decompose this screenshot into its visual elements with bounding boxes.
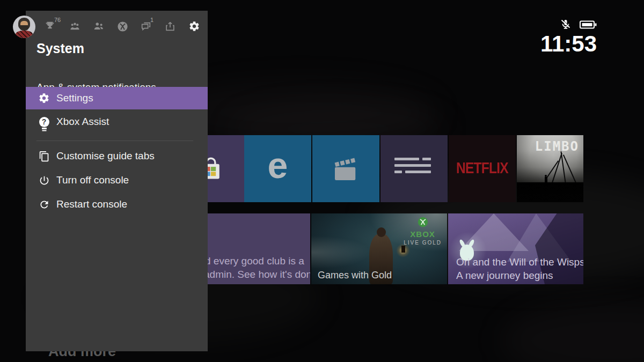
stacked-tabs-icon xyxy=(38,150,50,162)
ori-title: Ori and the Will of the Wisps xyxy=(456,256,583,268)
live-gold-text: LIVE GOLD xyxy=(404,239,442,246)
profile-avatar[interactable] xyxy=(13,16,35,38)
tab-home[interactable] xyxy=(116,20,130,34)
xbox-live-gold-logo: XBOX LIVE GOLD xyxy=(404,216,442,246)
club-promo-line2: admin. See how it's done xyxy=(204,269,310,280)
status-area: 11:53 xyxy=(540,18,597,56)
games-with-gold-figure-head xyxy=(377,227,386,237)
restart-icon xyxy=(38,198,50,211)
menu-item-label: Settings xyxy=(56,92,93,104)
share-upload-icon xyxy=(164,20,176,32)
ori-subtitle: A new journey begins xyxy=(456,270,553,282)
limbo-logo: LIMBO xyxy=(535,139,579,154)
guide-tab-bar: 76 xyxy=(26,18,208,42)
achievements-badge: 76 xyxy=(54,17,61,23)
tab-people[interactable] xyxy=(93,20,107,34)
tile-movies-and-tv[interactable] xyxy=(312,135,379,202)
clapperboard-icon xyxy=(331,155,361,183)
tab-clubs[interactable] xyxy=(69,20,83,34)
menu-item-label: Customise guide tabs xyxy=(56,150,155,162)
menu-item-label: Turn off console xyxy=(56,174,129,186)
menu-item-turn-off-console[interactable]: Turn off console xyxy=(26,169,208,191)
tile-oneguide[interactable] xyxy=(380,135,448,202)
menu-item-restart-console[interactable]: Restart console xyxy=(26,193,208,216)
mic-muted-icon xyxy=(559,18,572,31)
messages-badge: 1 xyxy=(150,17,153,23)
limbo-ground xyxy=(517,182,583,202)
tab-messages[interactable]: 1 xyxy=(140,20,154,34)
cloud-decoration xyxy=(499,300,644,362)
gear-icon xyxy=(38,92,50,105)
avatar-beard xyxy=(20,25,28,31)
tile-limbo[interactable]: LIMBO xyxy=(517,135,583,202)
lantern xyxy=(401,246,405,253)
xbox-sphere-icon xyxy=(417,216,429,228)
tile-games-with-gold[interactable]: XBOX LIVE GOLD Games with Gold xyxy=(311,213,447,284)
guide-section-title: System xyxy=(36,41,84,56)
menu-item-customise-guide-tabs[interactable]: Customise guide tabs xyxy=(26,145,208,167)
club-promo-line1: d every good club is a xyxy=(205,255,304,267)
menu-divider xyxy=(36,141,193,141)
clock: 11:53 xyxy=(540,32,597,56)
tab-capture-share[interactable] xyxy=(164,20,178,34)
games-with-gold-caption: Games with Gold xyxy=(318,270,392,281)
group-icon xyxy=(69,20,81,33)
tab-achievements[interactable]: 76 xyxy=(44,20,58,34)
xbox-logo-icon xyxy=(116,20,129,33)
gear-icon xyxy=(188,20,200,32)
limbo-boy-silhouette xyxy=(545,177,547,184)
tab-system[interactable] xyxy=(188,20,202,34)
person-icon xyxy=(93,20,105,32)
battery-icon xyxy=(580,20,597,29)
menu-item-settings[interactable]: Settings xyxy=(26,87,208,109)
tile-ori-will-of-the-wisps[interactable]: Ori and the Will of the Wisps A new jour… xyxy=(448,213,583,284)
menu-item-xbox-assist[interactable]: ? Xbox Assist xyxy=(26,110,208,133)
menu-item-label: Restart console xyxy=(56,198,127,210)
menu-item-label: Xbox Assist xyxy=(56,116,109,128)
power-icon xyxy=(38,174,50,187)
lightbulb-question-icon: ? xyxy=(38,115,50,128)
netflix-logo: NETFLIX xyxy=(456,159,508,177)
tile-microsoft-edge[interactable]: e xyxy=(244,135,311,202)
xbox-logo-text: XBOX xyxy=(404,230,442,239)
edge-logo: e xyxy=(244,147,311,183)
guide-panel: 76 xyxy=(26,11,208,351)
xbox-dashboard-screen: e NETFLIX xyxy=(0,0,644,362)
tile-netflix[interactable]: NETFLIX xyxy=(449,135,516,202)
oneguide-lines-icon xyxy=(394,158,434,177)
